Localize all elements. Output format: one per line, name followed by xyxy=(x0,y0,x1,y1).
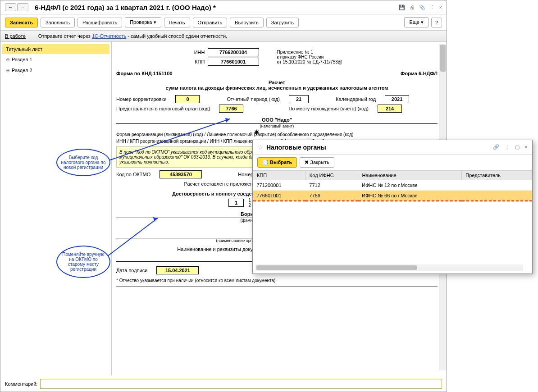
fill-button[interactable]: Заполнить xyxy=(41,18,75,27)
expand-icon[interactable]: ⊕ xyxy=(6,68,10,73)
footnote: * Отчество указывается при наличии (отно… xyxy=(116,278,438,283)
knd-label: Форма по КНД 1151100 xyxy=(116,71,173,76)
kebab-icon[interactable]: ⋮ xyxy=(505,144,510,150)
more-button[interactable]: Еще ▾ xyxy=(404,17,428,27)
info-text: Отправьте отчет через 1С-Отчетность - са… xyxy=(38,33,227,39)
forward-button[interactable]: → xyxy=(17,3,28,11)
back-button[interactable]: ← xyxy=(5,3,16,11)
calc-title: Расчет xyxy=(116,80,438,85)
table-row[interactable]: 7766010017766ИФНС № 66 по г.Москве xyxy=(253,191,532,201)
tab-section-1[interactable]: ⊕Раздел 1 xyxy=(2,55,109,65)
col-name[interactable]: Наименование xyxy=(358,171,462,180)
tax-org-table[interactable]: КПП Код ИФНС Наименование Представитель … xyxy=(253,170,532,201)
formname-label: Форма 6-НДФЛ xyxy=(401,71,438,76)
check-button[interactable]: Проверка ▾ xyxy=(125,17,161,27)
org-sub: (налоговый агент) xyxy=(116,124,438,128)
print-button[interactable]: Печать xyxy=(164,18,190,27)
save-button[interactable]: Записать xyxy=(5,18,38,27)
print-icon[interactable]: 🖨 xyxy=(410,5,415,10)
calc-subtitle: сумм налога на доходы физических лиц, ис… xyxy=(116,85,438,91)
period-field[interactable]: 21 xyxy=(289,95,309,103)
callout-tax-org: Выберите код налогового органа по новой … xyxy=(56,149,110,176)
place-field[interactable]: 214 xyxy=(378,105,402,113)
kpp-field[interactable]: 776601001 xyxy=(208,58,259,66)
appendix-text: Приложение № 1 к приказу ФНС России от 1… xyxy=(277,50,367,64)
select-button[interactable]: 📑 Выбрать xyxy=(257,157,297,168)
help-button[interactable]: ? xyxy=(431,18,442,27)
corr-label: Номер корректировки xyxy=(116,96,166,102)
corr-field[interactable]: 0 xyxy=(175,95,200,103)
popup-title: Налоговые органы xyxy=(266,144,493,151)
inn-label: ИНН xyxy=(187,50,205,55)
close-icon[interactable]: × xyxy=(525,144,528,150)
report-link[interactable]: 1С-Отчетность xyxy=(92,33,126,39)
col-rep[interactable]: Представитель xyxy=(462,171,532,180)
oktmo-field[interactable]: 45393570 xyxy=(160,170,202,178)
col-kpp[interactable]: КПП xyxy=(253,171,306,180)
year-label: Календарный год xyxy=(336,96,376,102)
comment-label: Комментарий: xyxy=(5,381,37,387)
callout-oktmo: Поменяйте вручную на ОКТМО по старому ме… xyxy=(56,246,110,278)
tax-org-popup: ☆ Налоговые органы 🔗 ⋮ ▢ × 📑 Выбрать ✖ З… xyxy=(252,140,533,274)
period-label: Отчетный период (код) xyxy=(227,96,280,102)
inn-field[interactable]: 7766200104 xyxy=(208,48,259,56)
table-row[interactable]: 7712000017712ИФНС № 12 по г.Москве xyxy=(253,180,532,191)
org-name: ООО "Надо" xyxy=(116,117,438,124)
place-label: По месту нахождения (учета) (код) xyxy=(288,106,369,111)
export-button[interactable]: Выгрузить xyxy=(230,18,264,27)
date-label: Дата подписи xyxy=(116,268,147,273)
year-field[interactable]: 2021 xyxy=(385,95,409,103)
tab-title-page[interactable]: Титульный лист xyxy=(2,44,109,54)
oktmo-label: Код по ОКТМО xyxy=(116,172,150,177)
reorg-label: Форма реорганизации (ликвидация) (код) /… xyxy=(116,132,438,137)
close-button[interactable]: ✖ Закрыть xyxy=(300,157,334,168)
col-ifns[interactable]: Код ИФНС xyxy=(305,171,358,180)
attach-icon[interactable]: 📎 xyxy=(419,5,425,10)
kebab-icon[interactable]: ⋮ xyxy=(430,5,435,10)
tax-org-label: Представляется в налоговый орган (код) xyxy=(116,106,210,111)
date-field[interactable]: 15.04.2021 xyxy=(156,266,199,274)
tab-section-2[interactable]: ⊕Раздел 2 xyxy=(2,65,109,76)
comment-input[interactable] xyxy=(40,379,442,389)
star-icon[interactable]: ☆ xyxy=(257,143,264,151)
expand-icon[interactable]: ⊕ xyxy=(6,57,10,62)
decode-button[interactable]: Расшифровать xyxy=(78,18,122,27)
link-icon[interactable]: 🔗 xyxy=(493,144,499,150)
import-button[interactable]: Загрузить xyxy=(266,18,299,27)
auth-code-field[interactable]: 1 xyxy=(228,199,244,207)
close-icon[interactable]: × xyxy=(439,5,442,10)
tax-org-field[interactable]: 7766 xyxy=(219,105,243,113)
status-label[interactable]: В работе xyxy=(5,33,26,39)
save-icon[interactable]: 💾 xyxy=(399,5,405,10)
kpp-label: КПП xyxy=(187,59,205,64)
send-button[interactable]: Отправить xyxy=(193,18,228,27)
cursor-icon: ✷ xyxy=(253,128,260,137)
maximize-icon[interactable]: ▢ xyxy=(515,144,520,150)
window-title: 6-НДФЛ (с 2021 года) за 1 квартал 2021 г… xyxy=(35,4,399,11)
h-scrollbar[interactable] xyxy=(255,264,523,271)
